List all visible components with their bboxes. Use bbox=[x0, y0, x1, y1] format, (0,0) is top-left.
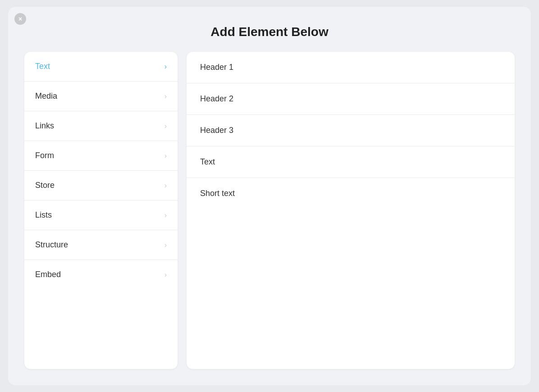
element-option-label: Header 3 bbox=[200, 126, 233, 135]
element-option-header3[interactable]: Header 3 bbox=[187, 115, 515, 146]
sidebar-item-form[interactable]: Form› bbox=[24, 141, 178, 171]
sidebar-item-label: Text bbox=[35, 62, 50, 71]
sidebar-item-label: Lists bbox=[35, 210, 52, 220]
sidebar-item-links[interactable]: Links› bbox=[24, 111, 178, 141]
sidebar-item-embed[interactable]: Embed› bbox=[24, 260, 178, 289]
sidebar-item-structure[interactable]: Structure› bbox=[24, 230, 178, 260]
chevron-right-icon: › bbox=[164, 122, 167, 130]
sidebar-item-label: Form bbox=[35, 151, 54, 160]
chevron-right-icon: › bbox=[164, 271, 167, 279]
sidebar-item-label: Links bbox=[35, 121, 54, 131]
content-area: Text›Media›Links›Form›Store›Lists›Struct… bbox=[24, 52, 515, 369]
sidebar-item-store[interactable]: Store› bbox=[24, 171, 178, 201]
element-option-header2[interactable]: Header 2 bbox=[187, 83, 515, 115]
sidebar-item-label: Media bbox=[35, 91, 57, 101]
close-button[interactable]: × bbox=[14, 13, 26, 25]
left-panel: Text›Media›Links›Form›Store›Lists›Struct… bbox=[24, 52, 178, 369]
sidebar-item-text[interactable]: Text› bbox=[24, 52, 178, 82]
element-option-text[interactable]: Text bbox=[187, 146, 515, 178]
sidebar-item-media[interactable]: Media› bbox=[24, 82, 178, 111]
sidebar-item-label: Structure bbox=[35, 240, 68, 250]
element-option-label: Short text bbox=[200, 189, 235, 198]
chevron-right-icon: › bbox=[164, 182, 167, 190]
chevron-right-icon: › bbox=[164, 211, 167, 219]
sidebar-item-label: Embed bbox=[35, 270, 61, 279]
sidebar-item-label: Store bbox=[35, 181, 55, 190]
chevron-right-icon: › bbox=[164, 63, 167, 71]
chevron-right-icon: › bbox=[164, 152, 167, 160]
element-option-short-text[interactable]: Short text bbox=[187, 178, 515, 209]
element-option-header1[interactable]: Header 1 bbox=[187, 52, 515, 83]
add-element-modal: × Add Element Below Text›Media›Links›For… bbox=[8, 7, 531, 385]
close-icon: × bbox=[18, 16, 22, 22]
sidebar-item-lists[interactable]: Lists› bbox=[24, 201, 178, 230]
chevron-right-icon: › bbox=[164, 241, 167, 249]
element-option-label: Text bbox=[200, 157, 215, 167]
element-option-label: Header 2 bbox=[200, 94, 233, 104]
element-option-label: Header 1 bbox=[200, 63, 233, 72]
chevron-right-icon: › bbox=[164, 92, 167, 100]
right-panel: Header 1Header 2Header 3TextShort text bbox=[187, 52, 515, 369]
modal-title: Add Element Below bbox=[210, 25, 328, 39]
